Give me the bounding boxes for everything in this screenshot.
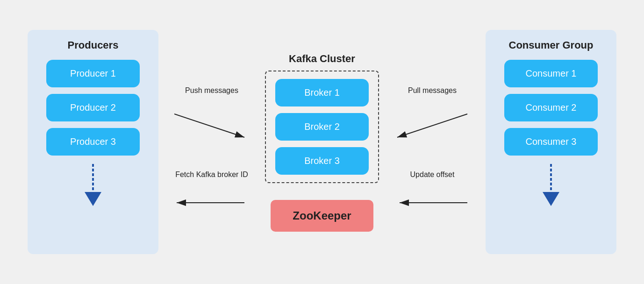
diagram: Producers Producer 1 Producer 2 Producer… (14, 9, 630, 275)
consumer-2: Consumer 2 (504, 94, 598, 121)
push-messages-label: Push messages (174, 86, 249, 96)
right-arrows-area: Pull messages Update offset (395, 30, 470, 254)
producer-1: Producer 1 (46, 60, 140, 87)
svg-line-2 (174, 114, 244, 137)
left-arrows-area: Push messages Fetch Kafka broker ID (174, 30, 249, 254)
left-arrows-svg (174, 30, 249, 254)
consumers-panel: Consumer Group Consumer 1 Consumer 2 Con… (486, 30, 616, 254)
kafka-cluster-title: Kafka Cluster (289, 53, 355, 65)
arrow-head (85, 192, 101, 206)
producers-down-arrow (85, 164, 101, 206)
producers-panel: Producers Producer 1 Producer 2 Producer… (28, 30, 158, 254)
arrow-lines-c (550, 164, 552, 173)
fetch-broker-label: Fetch Kafka broker ID (174, 170, 249, 180)
right-arrows-svg (395, 30, 470, 254)
producer-2: Producer 2 (46, 94, 140, 121)
kafka-section: Kafka Cluster Broker 1 Broker 2 Broker 3… (265, 53, 379, 232)
kafka-inner: Broker 1 Broker 2 Broker 3 (265, 71, 379, 183)
arrow-lines-c3 (550, 183, 552, 192)
zookeeper-box: ZooKeeper (271, 200, 373, 232)
arrow-lines-2 (92, 173, 94, 183)
zookeeper-wrap: ZooKeeper (271, 200, 373, 232)
consumer-3: Consumer 3 (504, 128, 598, 156)
svg-line-6 (397, 114, 467, 137)
producers-title: Producers (68, 39, 119, 51)
producer-3: Producer 3 (46, 128, 140, 156)
pull-messages-label: Pull messages (395, 86, 470, 96)
arrow-lines-3 (92, 183, 94, 192)
arrow-lines (92, 164, 94, 173)
consumers-list: Consumer 1 Consumer 2 Consumer 3 (504, 60, 598, 156)
consumer-1: Consumer 1 (504, 60, 598, 87)
broker-3: Broker 3 (275, 147, 369, 175)
update-offset-label: Update offset (395, 170, 470, 180)
broker-1: Broker 1 (275, 79, 369, 106)
consumers-down-arrow (543, 164, 559, 206)
main-layout: Producers Producer 1 Producer 2 Producer… (28, 18, 616, 266)
producers-list: Producer 1 Producer 2 Producer 3 (46, 60, 140, 156)
arrow-head-c (543, 192, 559, 206)
broker-2: Broker 2 (275, 113, 369, 141)
arrow-lines-c2 (550, 173, 552, 183)
consumers-title: Consumer Group (509, 39, 594, 51)
